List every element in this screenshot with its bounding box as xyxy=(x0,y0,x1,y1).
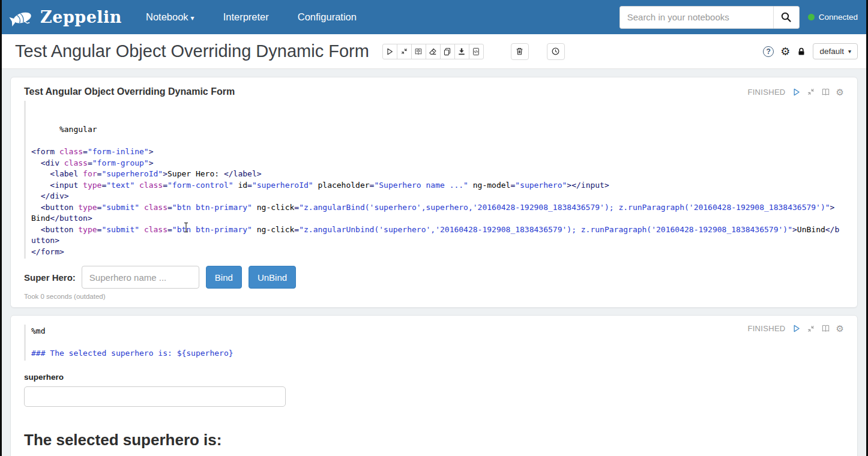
collapse-code-button[interactable] xyxy=(397,44,412,59)
search-input[interactable] xyxy=(619,6,773,29)
paragraph-exec-status: Took 0 seconds (outdated) xyxy=(24,293,844,300)
main-menu: Notebook▾ Interpreter Configuration xyxy=(146,11,357,23)
paragraph-markdown: FINISHED ⚙ %md ### The selected superher… xyxy=(10,315,858,456)
bind-button[interactable]: Bind xyxy=(206,266,242,289)
zeppelin-airship-icon xyxy=(9,8,37,26)
clone-note-button[interactable] xyxy=(440,44,455,59)
gear-icon: ⚙ xyxy=(836,88,844,97)
brand-title: Zeppelin xyxy=(40,8,122,26)
trash-icon xyxy=(515,47,524,56)
app-window: Zeppelin Notebook▾ Interpreter Configura… xyxy=(0,0,868,456)
note-settings-gear-icon[interactable]: ⚙ xyxy=(780,46,790,57)
connected-label: Connected xyxy=(819,13,858,22)
note-title[interactable]: Test Angular Object Overriding Dynamic F… xyxy=(15,41,369,61)
run-all-button[interactable] xyxy=(382,44,397,59)
search-button[interactable] xyxy=(773,6,800,29)
eraser-icon xyxy=(429,47,437,56)
superhero-input[interactable] xyxy=(82,266,199,289)
help-icon[interactable]: ? xyxy=(763,46,774,57)
collapse-icon xyxy=(807,88,815,96)
menu-item-configuration[interactable]: Configuration xyxy=(298,11,357,23)
show-editor-button[interactable] xyxy=(821,88,830,97)
play-icon xyxy=(792,88,801,97)
navbar: Zeppelin Notebook▾ Interpreter Configura… xyxy=(2,0,866,34)
export-icon xyxy=(457,47,466,56)
chevron-down-icon: ▾ xyxy=(191,14,194,22)
unbind-button[interactable]: UnBind xyxy=(249,266,296,289)
clock-icon xyxy=(551,47,560,56)
status-badge: FINISHED xyxy=(747,88,785,97)
book-icon xyxy=(414,47,423,56)
superhero-field-label: superhero xyxy=(24,373,844,382)
note-toolbar xyxy=(382,44,484,59)
zeppelin-logo-link[interactable]: Zeppelin xyxy=(9,8,122,26)
code-icon xyxy=(472,47,480,56)
lock-icon[interactable] xyxy=(797,47,806,56)
code-editor-angular[interactable]: %angular <form class="form-inline"> <div… xyxy=(24,101,844,259)
superhero-dynamic-input[interactable] xyxy=(24,386,286,407)
export-note-button[interactable] xyxy=(454,44,469,59)
run-all-icon xyxy=(385,47,394,56)
chevron-down-icon: ▾ xyxy=(848,48,851,55)
paragraph-title[interactable]: Test Angular Object Overriding Dynamic F… xyxy=(24,86,235,97)
run-paragraph-button[interactable] xyxy=(792,88,801,97)
connected-dot-icon xyxy=(808,14,815,20)
note-header: Test Angular Object Overriding Dynamic F… xyxy=(2,34,866,69)
scheduler-button[interactable] xyxy=(547,43,565,60)
note-body: Test Angular Object Overriding Dynamic F… xyxy=(2,69,866,456)
show-hide-output-button[interactable] xyxy=(411,44,426,59)
superhero-label: Super Hero: xyxy=(24,272,76,283)
paragraph-angular: Test Angular Object Overriding Dynamic F… xyxy=(10,77,858,308)
delete-note-button[interactable] xyxy=(511,43,529,60)
clear-output-button[interactable] xyxy=(426,44,441,59)
export-code-button[interactable] xyxy=(469,44,484,59)
clone-icon xyxy=(443,47,451,56)
note-header-right: ? ⚙ default ▾ xyxy=(763,43,858,59)
code-editor-markdown[interactable]: %md ### The selected superhero is: ${sup… xyxy=(24,325,844,361)
connection-status: Connected xyxy=(808,13,858,22)
notebook-search xyxy=(619,6,800,29)
angular-output-form: Super Hero: Bind UnBind xyxy=(24,266,844,289)
paragraph-controls: FINISHED ⚙ xyxy=(747,88,844,97)
search-icon xyxy=(780,11,792,23)
collapse-paragraph-button[interactable] xyxy=(807,88,815,96)
paragraph-settings-button[interactable]: ⚙ xyxy=(836,88,844,97)
markdown-output-heading: The selected superhero is: xyxy=(24,431,844,449)
revision-dropdown[interactable]: default ▾ xyxy=(813,43,858,59)
book-icon xyxy=(821,88,830,97)
menu-item-notebook[interactable]: Notebook▾ xyxy=(146,11,194,23)
menu-item-interpreter[interactable]: Interpreter xyxy=(223,11,269,23)
collapse-icon xyxy=(400,47,408,55)
